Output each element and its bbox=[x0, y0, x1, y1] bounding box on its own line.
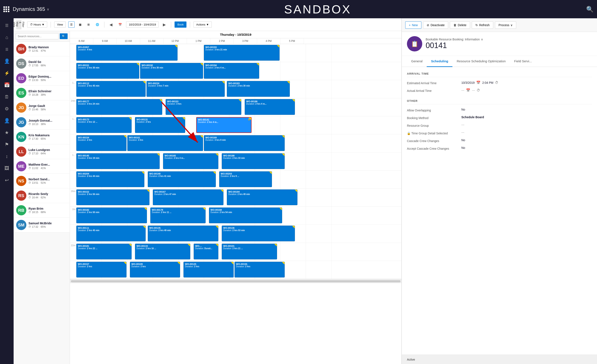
actual-time-picker-icon[interactable]: ⏱ bbox=[477, 88, 480, 92]
view-button[interactable]: View bbox=[54, 22, 66, 28]
work-order-block[interactable]: WO-00152 Duration: 2 hrs 56 min bbox=[76, 190, 149, 205]
work-order-block[interactable]: WO-00167 Duration: 2 hrs 47 min bbox=[153, 190, 223, 205]
work-order-block[interactable]: WO-00133 Duration: 2 hrs 16 ... bbox=[135, 244, 190, 259]
map-view-icon[interactable]: 🌐 bbox=[94, 22, 101, 27]
gantt-view-icon[interactable]: ▦ bbox=[77, 22, 83, 27]
work-order-block[interactable]: WO-01957 Duration: 4 hrs bbox=[76, 45, 178, 61]
work-order-block[interactable]: WO-00188 Duration: 2 hrs 33 min bbox=[222, 153, 285, 169]
work-order-block[interactable]: WO-00178 Duration: 2 hrs 11 ... bbox=[150, 207, 206, 223]
entity-records-icon[interactable]: ☰ bbox=[1, 44, 12, 55]
work-order-block[interactable]: WO-00183 Duration: 2 hrs 30 min bbox=[227, 81, 290, 97]
work-order-block[interactable]: WO-00140 Duration: 2 hrs 41 min bbox=[148, 171, 216, 187]
next-date-button[interactable]: ▶ bbox=[161, 22, 167, 28]
work-order-block[interactable]: WO-00131 Duration: 2 hrs bbox=[135, 117, 185, 133]
deactivate-button[interactable]: ⊘ Deactivate bbox=[423, 22, 448, 29]
work-order-block[interactable]: WO-00136 Duration: 2 hrs 53 min bbox=[222, 226, 295, 241]
tab-scheduling[interactable]: Scheduling bbox=[427, 56, 452, 67]
resource-item[interactable]: ED Edgar Dominq... ⏱13:33 50% bbox=[14, 71, 70, 86]
work-order-block[interactable]: WO-00177 Duration: 3 hrs 24 min bbox=[76, 99, 162, 115]
work-order-block[interactable]: WO-00155 Duration: 2 hrs bbox=[235, 262, 285, 277]
hours-button[interactable]: ⏱ Hours ▼ bbox=[27, 22, 47, 28]
date-range-display[interactable]: 10/2/2019 - 10/4/2019 bbox=[126, 22, 159, 28]
prev-date-button[interactable]: ◀ bbox=[108, 22, 114, 28]
user-settings-icon[interactable]: 👤 bbox=[1, 115, 12, 126]
time-picker-icon[interactable]: ⏱ bbox=[495, 81, 498, 85]
work-order-block[interactable]: WO-00184 Duration: 2 hrs 49 min bbox=[227, 190, 298, 205]
work-order-block[interactable]: WO-00173 Duration: 2 hrs 12 ... bbox=[76, 117, 132, 133]
work-order-block[interactable]: WO-00101 Duration: 2 hrs 21 ... bbox=[222, 244, 277, 259]
work-order-block[interactable]: WO-00153 Duration: 3 hrs bbox=[166, 99, 241, 115]
return-icon[interactable]: ↩ bbox=[1, 175, 12, 186]
work-order-block[interactable]: WO-... Duration: Durati... bbox=[194, 244, 218, 259]
process-button[interactable]: Process ∨ bbox=[495, 22, 516, 29]
tab-resource-scheduling-optimization[interactable]: Resource Scheduling Optimization bbox=[452, 56, 510, 67]
work-order-block[interactable]: WO-00135 Duration: 2 hrs 49 min bbox=[148, 226, 218, 241]
work-order-block[interactable]: WO-00125 Duration: 2 hrs bbox=[183, 262, 234, 277]
work-order-block[interactable]: WO-00169 Duration: 3 hrs 9 min bbox=[204, 135, 285, 151]
resource-item[interactable]: JG Joseph Gonsal... ⏱10:13 38% bbox=[14, 115, 70, 130]
tab-general[interactable]: General bbox=[407, 56, 427, 67]
work-order-block[interactable]: WO-00109 Duration: 2 hrs bbox=[130, 262, 180, 277]
work-order-block[interactable]: WO-00181 Duration: 2 hrs 22 ... bbox=[76, 244, 132, 259]
waffle-icon[interactable] bbox=[3, 6, 9, 12]
resource-item[interactable]: RB Ryan Brim ⏱18:15 68% bbox=[14, 203, 70, 218]
date-picker-icon[interactable]: 📅 bbox=[476, 81, 480, 85]
actions-button[interactable]: Actions ▼ bbox=[194, 22, 212, 28]
resource-item[interactable]: ES Efrain Schreiner ⏱10:28 39% bbox=[14, 86, 70, 100]
work-order-block[interactable]: WO-00194 Duration: 2 hrs 4 m... bbox=[204, 63, 259, 79]
refresh-button[interactable]: ↻ Refresh bbox=[472, 22, 493, 29]
resource-item[interactable]: BH Brady Hannon ⏱12:41 47% bbox=[14, 42, 70, 56]
list-view-icon[interactable]: ☰ bbox=[68, 22, 75, 28]
work-order-block[interactable]: WO-00154 Duration: 2 hrs bbox=[76, 135, 126, 151]
work-order-block[interactable]: WO-00224 Duration: 3 hrs 7 min bbox=[147, 81, 225, 97]
work-order-block[interactable]: WO-00192 Duration: 2 hrs 30 min bbox=[140, 63, 203, 79]
resource-item[interactable]: JG Jorge Gault ⏱15:46 58% bbox=[14, 100, 70, 115]
new-button[interactable]: + New bbox=[405, 22, 421, 29]
table-view-icon[interactable]: ⊞ bbox=[86, 22, 91, 27]
resource-item[interactable]: DS David So ⏱17:55 66% bbox=[14, 56, 70, 71]
work-order-block[interactable]: WO-00112 Duration: 2 hrs 45 min bbox=[76, 81, 146, 97]
type-chevron-icon[interactable]: ∨ bbox=[481, 38, 483, 41]
delete-button[interactable]: 🗑 Delete bbox=[450, 22, 470, 29]
calendar-picker-icon[interactable]: 📅 bbox=[117, 22, 124, 27]
home-icon[interactable]: ⌂ bbox=[1, 32, 12, 43]
flag-icon[interactable]: ⚑ bbox=[1, 139, 12, 150]
resource-item[interactable]: NS Norbert Sand... ⏱13:51 51% bbox=[14, 174, 70, 188]
work-order-block[interactable]: WO-00168 Duration: 2 hrs 54 min bbox=[209, 207, 282, 223]
work-order-block[interactable]: WO-00157 Duration: 2 hrs bbox=[76, 262, 126, 277]
work-order-block[interactable]: WO-00203 Duration: 2 hrs 9 ... bbox=[219, 171, 272, 187]
work-order-block[interactable]: WO-00186 Duration: 2 hrs 4 m... bbox=[245, 99, 295, 115]
work-order-block[interactable]: WO-00204 Duration: 2 hrs 44 min bbox=[76, 171, 144, 187]
work-order-block[interactable]: WO-00111 Duration: 2 hrs 45 min bbox=[76, 226, 146, 241]
arrow-down-icon[interactable]: ↕ bbox=[1, 151, 12, 162]
resource-item[interactable]: RS Ricardo Seely ⏱16:44 62% bbox=[14, 188, 70, 203]
settings-icon[interactable]: ⚙ bbox=[1, 103, 12, 114]
work-order-block[interactable]: WO-00161 Duration: 3 hrs bbox=[127, 135, 203, 151]
search-input[interactable] bbox=[16, 33, 58, 39]
search-button[interactable]: 🔍 bbox=[60, 33, 68, 39]
brand-name[interactable]: Dynamics 365 ∨ bbox=[13, 6, 49, 12]
resource-item[interactable]: ME Matthew Ever... ⏱11:02 41% bbox=[14, 159, 70, 174]
star-icon[interactable]: ★ bbox=[1, 127, 12, 138]
work-order-block[interactable]: WO-00151 Duration: 2 hrs 30 min bbox=[76, 63, 139, 79]
work-order-block[interactable]: WO-00165 Duration: 2 hrs 4 m... bbox=[163, 153, 218, 169]
work-order-block[interactable]: WO-00141 Duration: 2 hrs 4 m... 🔒 bbox=[196, 117, 251, 133]
tab-field-servi...[interactable]: Field Servi... bbox=[510, 56, 536, 67]
lightning-icon[interactable]: ⚡ bbox=[1, 68, 12, 79]
resource-item[interactable]: LL Luke Lundgren ⏱17:10 64% bbox=[14, 144, 70, 159]
image-icon[interactable]: 🖼 bbox=[1, 163, 12, 174]
calendar2-icon[interactable]: 🗓 bbox=[1, 91, 12, 103]
resource-item[interactable]: KN Kris Nakamura ⏱17:30 65% bbox=[14, 130, 70, 144]
work-order-block[interactable]: WO-00145 Duration: 3 hrs 19 min bbox=[76, 153, 160, 169]
work-order-block[interactable]: WO-00193 Duration: 3 hrs 21 min bbox=[204, 45, 280, 61]
horizontal-scroll[interactable] bbox=[70, 279, 401, 283]
search-icon[interactable]: 🔍 bbox=[586, 6, 594, 13]
book-button[interactable]: Book bbox=[174, 22, 187, 28]
people-icon[interactable]: 👤 bbox=[1, 56, 12, 67]
actual-date-picker-icon[interactable]: 📅 bbox=[466, 88, 470, 92]
resource-item[interactable]: SM Samuel McBride ⏱17:32 65% bbox=[14, 218, 70, 232]
filter-map-toggle[interactable]: Filter & Map View bbox=[16, 20, 21, 29]
calendar-icon[interactable]: 📅 bbox=[1, 79, 12, 91]
work-order-block[interactable]: WO-00182 Duration: 2 hrs 50 min bbox=[76, 207, 147, 223]
hamburger-icon[interactable]: ☰ bbox=[1, 20, 12, 31]
